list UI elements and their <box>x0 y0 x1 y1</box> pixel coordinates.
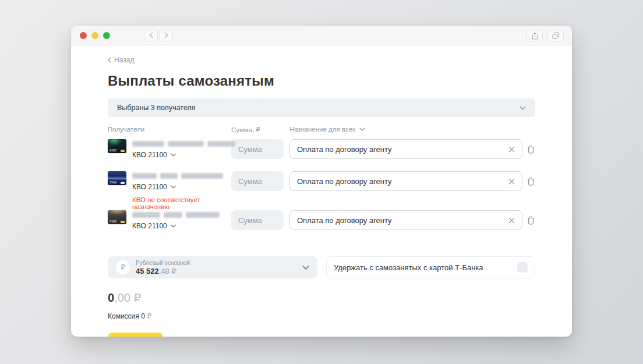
card-chip <box>121 182 125 184</box>
back-link[interactable]: Назад <box>108 56 134 64</box>
nav-forward-button[interactable] <box>159 30 173 41</box>
account-balance: 45 522,48 ₽ <box>136 267 190 275</box>
recipient-name-redacted <box>132 140 235 147</box>
close-window-button[interactable] <box>80 32 87 39</box>
back-label: Назад <box>114 56 134 64</box>
kvo-error-text: КВО не соответствует назначению <box>132 196 231 210</box>
minimize-window-button[interactable] <box>91 32 98 39</box>
table-header: Получатели Сумма, ₽ Назначение для всех <box>108 126 535 134</box>
chevron-down-icon <box>520 106 526 110</box>
nav-back-button[interactable] <box>144 30 158 41</box>
purpose-input[interactable] <box>289 171 522 191</box>
purpose-input[interactable] <box>289 210 522 230</box>
clear-purpose-button[interactable] <box>506 144 517 154</box>
pay-button[interactable]: Оплатить <box>108 333 163 337</box>
page-title: Выплаты самозанятым <box>108 73 535 89</box>
chevron-left-icon <box>108 57 111 63</box>
amount-input[interactable] <box>231 171 284 191</box>
recipient-name-redacted <box>132 211 220 218</box>
withhold-label: Удержать с самозанятых с картой Т-Банка <box>334 263 483 272</box>
kvo-dropdown[interactable]: КВО 21100 <box>132 222 176 230</box>
ruble-icon: ₽ <box>116 260 130 274</box>
close-icon <box>508 146 515 153</box>
total-amount: 0,00 ₽ <box>108 291 535 305</box>
clear-purpose-button[interactable] <box>506 176 517 186</box>
chevron-right-icon <box>164 32 168 38</box>
amount-input[interactable] <box>231 139 284 159</box>
tabs-icon <box>552 32 559 39</box>
chevron-left-icon <box>149 32 153 38</box>
card-chip <box>121 150 125 152</box>
app-window: Назад Выплаты самозанятым Выбраны 3 полу… <box>71 26 572 337</box>
chevron-down-icon <box>171 185 176 189</box>
chevron-down-icon <box>359 128 365 131</box>
header-amount: Сумма, ₽ <box>231 126 289 134</box>
delete-row-button[interactable] <box>522 139 535 159</box>
header-purpose-dropdown[interactable]: Назначение для всех <box>289 126 365 133</box>
account-name: Рублевый основной <box>136 260 190 266</box>
close-icon <box>508 178 515 185</box>
table-row: 3544 КВО 21100 КВО не соответствует назн… <box>108 171 535 210</box>
kvo-dropdown[interactable]: КВО 21100 <box>132 151 176 159</box>
bank-card-thumbnail: 0282 <box>108 139 126 153</box>
trash-icon <box>527 176 535 186</box>
trash-icon <box>527 144 535 154</box>
traffic-lights <box>80 32 110 39</box>
account-selector[interactable]: ₽ Рублевый основной 45 522,48 ₽ <box>108 256 317 278</box>
bank-card-thumbnail: 3544 <box>108 171 126 185</box>
table-row: 0282 КВО 21100 <box>108 139 535 171</box>
bank-card-thumbnail: 3166 <box>108 210 126 224</box>
tabs-overview-button[interactable] <box>547 30 564 41</box>
window-titlebar <box>71 26 572 45</box>
table-row: 3166 КВО 21100 <box>108 210 535 242</box>
share-button[interactable] <box>527 30 543 41</box>
chevron-down-icon <box>171 224 176 228</box>
recipients-select-label: Выбраны 3 получателя <box>117 104 196 112</box>
amount-input[interactable] <box>231 210 284 230</box>
commission-text: Комиссия 0 ₽ <box>108 312 535 320</box>
kvo-dropdown[interactable]: КВО 21100 <box>132 183 176 191</box>
chevron-down-icon <box>171 153 176 157</box>
delete-row-button[interactable] <box>522 210 535 230</box>
card-chip <box>121 221 125 223</box>
zoom-window-button[interactable] <box>103 32 110 39</box>
clear-purpose-button[interactable] <box>506 215 517 225</box>
withhold-option[interactable]: Удержать с самозанятых с картой Т-Банка <box>326 256 535 278</box>
chevron-down-icon <box>302 266 309 270</box>
share-icon <box>532 32 538 40</box>
recipient-name-redacted <box>132 172 231 179</box>
recipients-table: 0282 КВО 21100 <box>108 139 535 242</box>
withhold-checkbox[interactable] <box>517 262 528 273</box>
trash-icon <box>527 215 535 225</box>
header-recipients: Получатели <box>108 126 231 134</box>
purpose-input[interactable] <box>289 139 522 159</box>
close-icon <box>508 217 515 224</box>
recipients-select-bar[interactable]: Выбраны 3 получателя <box>108 98 535 117</box>
delete-row-button[interactable] <box>522 171 535 191</box>
